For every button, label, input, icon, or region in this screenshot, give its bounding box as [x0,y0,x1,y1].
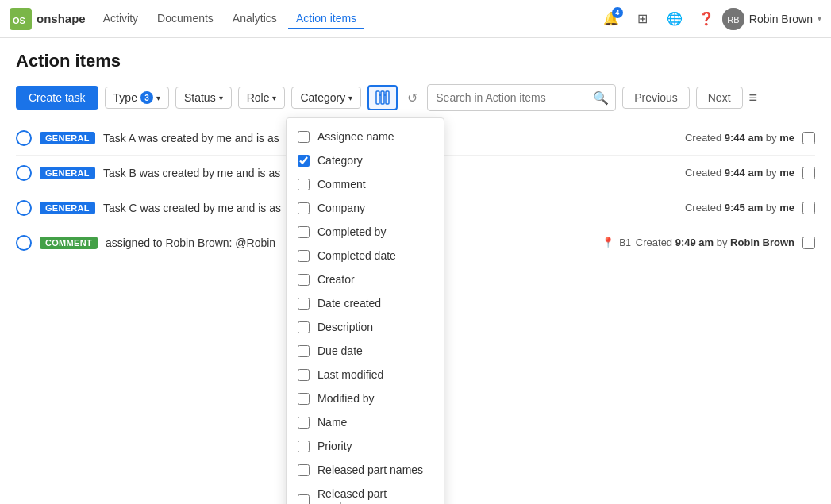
category-filter-button[interactable]: Category ▾ [291,87,361,109]
nav-icons-area: 🔔 4 ⊞ 🌐 ❓ [598,6,719,32]
nav-documents[interactable]: Documents [149,9,221,29]
list-view-button[interactable]: ≡ [749,90,758,106]
dropdown-checkbox[interactable] [298,417,310,429]
avatar-icon: RB [722,8,744,30]
search-input[interactable] [428,91,587,104]
dropdown-item[interactable]: Company [287,196,444,220]
notification-badge: 4 [612,7,623,18]
role-filter-label: Role [247,91,270,104]
dropdown-item[interactable]: Assignee name [287,125,444,148]
task-tag: COMMENT [40,237,98,249]
dropdown-item-label: Due date [317,344,363,357]
search-container: 🔍 [427,84,616,111]
task-meta: Created 9:45 am by me [685,202,794,214]
nav-action-items[interactable]: Action items [288,9,364,29]
dropdown-item-label: Completed date [317,249,396,262]
task-tag: GENERAL [40,202,95,214]
user-menu-chevron: ▾ [818,14,821,23]
reset-button[interactable]: ↺ [404,87,421,110]
svg-text:OS: OS [13,16,25,25]
task-meta: 📍B1Created 9:49 am by Robin Brown [602,237,794,248]
category-filter-label: Category [300,91,345,104]
role-filter-button[interactable]: Role ▾ [238,87,286,109]
type-filter-button[interactable]: Type 3 ▾ [105,87,169,109]
user-menu[interactable]: RB Robin Brown ▾ [722,8,821,30]
status-filter-label: Status [184,91,216,104]
dropdown-checkbox[interactable] [298,155,310,167]
status-chevron-icon: ▾ [219,94,223,102]
role-chevron-icon: ▾ [272,94,276,102]
dropdown-item[interactable]: Comment [287,172,444,196]
dropdown-item[interactable]: Released part numbers [287,482,444,504]
status-filter-button[interactable]: Status ▾ [175,87,232,109]
onshape-logo-icon: OS [10,8,32,30]
dropdown-item[interactable]: Due date [287,339,444,363]
dropdown-item[interactable]: Released part names [287,458,444,482]
dropdown-item[interactable]: Name [287,410,444,434]
dropdown-checkbox[interactable] [298,464,310,476]
dropdown-checkbox[interactable] [298,321,310,333]
globe-button[interactable]: 🌐 [662,6,687,32]
task-meta-text: Created 9:45 am by me [685,202,794,214]
dropdown-checkbox[interactable] [298,345,310,357]
dropdown-checkbox[interactable] [298,369,310,381]
logo[interactable]: OS onshape [10,8,86,30]
toolbar: Create task Type 3 ▾ Status ▾ Role ▾ Cat… [16,84,815,111]
notifications-button[interactable]: 🔔 4 [598,6,624,32]
task-status-circle[interactable] [16,235,32,251]
dropdown-checkbox[interactable] [298,298,310,310]
dropdown-checkbox[interactable] [298,393,310,405]
dropdown-checkbox[interactable] [298,202,310,214]
task-status-circle[interactable] [16,130,32,146]
dropdown-item[interactable]: Description [287,315,444,339]
dropdown-checkbox[interactable] [298,131,310,143]
dropdown-item[interactable]: Priority [287,434,444,458]
search-button[interactable]: 🔍 [587,90,615,106]
svg-rect-4 [376,91,379,104]
dropdown-item[interactable]: Completed by [287,220,444,244]
dropdown-item[interactable]: Date created [287,291,444,315]
task-status-circle[interactable] [16,165,32,181]
task-select-checkbox[interactable] [802,237,815,249]
create-task-button[interactable]: Create task [16,86,98,110]
dropdown-checkbox[interactable] [298,441,310,452]
dropdown-checkbox[interactable] [298,274,310,286]
dropdown-checkbox[interactable] [298,494,310,505]
dropdown-checkbox[interactable] [298,226,310,238]
nav-activity[interactable]: Activity [95,9,146,29]
task-select-checkbox[interactable] [802,132,815,144]
dropdown-checkbox[interactable] [298,250,310,262]
logo-text: onshape [37,12,86,25]
dropdown-item-label: Modified by [317,392,375,405]
task-meta: Created 9:44 am by me [685,167,794,179]
svg-text:RB: RB [727,15,739,25]
user-name: Robin Brown [749,13,813,25]
dropdown-item-label: Category [317,154,363,167]
pin-label: B1 [619,237,631,248]
task-select-checkbox[interactable] [802,202,815,214]
dropdown-item-label: Priority [317,440,352,452]
dropdown-item-label: Released part numbers [317,487,433,504]
dropdown-item[interactable]: Modified by [287,387,444,410]
dropdown-item[interactable]: Creator [287,267,444,291]
dropdown-item[interactable]: Last modified [287,363,444,387]
dropdown-item-label: Completed by [317,225,386,238]
dropdown-item[interactable]: Completed date [287,244,444,267]
task-status-circle[interactable] [16,200,32,216]
dropdown-item[interactable]: Category [287,148,444,172]
dropdown-item-label: Company [317,202,365,214]
page-title: Action items [16,51,815,71]
dropdown-checkbox[interactable] [298,179,310,190]
task-select-checkbox[interactable] [802,167,815,179]
apps-button[interactable]: ⊞ [630,6,656,32]
help-button[interactable]: ❓ [694,6,719,32]
task-tag: GENERAL [40,132,95,144]
next-button[interactable]: Next [696,87,743,109]
top-navigation: OS onshape Activity Documents Analytics … [0,0,831,38]
nav-analytics[interactable]: Analytics [225,9,285,29]
columns-dropdown: Assignee nameCategoryCommentCompanyCompl… [286,117,444,504]
previous-button[interactable]: Previous [622,87,689,109]
task-meta-text: Created 9:44 am by me [685,167,794,179]
columns-selector-button[interactable] [367,85,398,110]
dropdown-item-label: Comment [317,178,366,190]
